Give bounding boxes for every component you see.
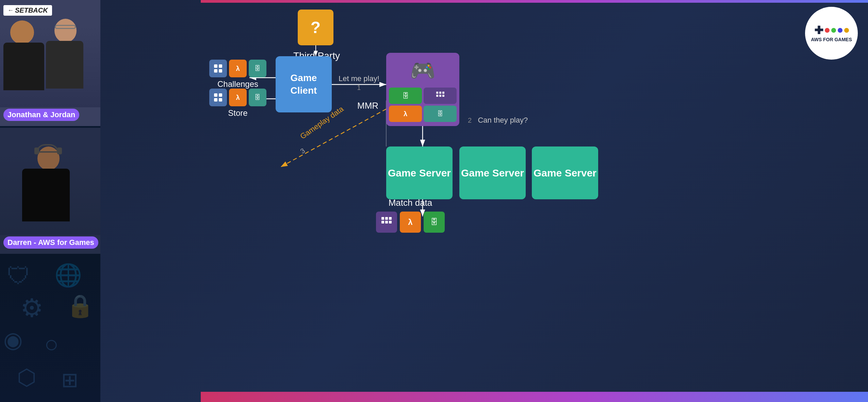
person2-head <box>54 19 77 43</box>
store-group: λ 🗄 Store <box>209 89 266 118</box>
svg-rect-16 <box>381 217 384 220</box>
store-icon-3: 🗄 <box>249 89 266 106</box>
aws-dots <box>825 28 849 33</box>
lambda-icon-3: λ <box>404 110 407 118</box>
game-server-2: Game Server <box>459 146 526 199</box>
svg-rect-2 <box>214 64 217 68</box>
db-match-icon: 🗄 <box>430 218 438 227</box>
cam2-person <box>0 128 100 254</box>
store-label: Store <box>209 108 266 118</box>
mmr-label: MMR <box>357 100 378 111</box>
challenges-icons-row: λ 🗄 <box>209 60 266 77</box>
dot-blue <box>838 28 842 33</box>
cluster-icon-2 <box>424 88 457 104</box>
svg-rect-3 <box>219 64 222 68</box>
lambda-icon-2: λ <box>236 94 240 102</box>
step-2-label: 2 <box>468 117 472 124</box>
db-icon-3: 🗄 <box>437 110 443 118</box>
svg-rect-13 <box>436 95 438 97</box>
svg-rect-15 <box>442 95 444 97</box>
dot-green <box>831 28 836 33</box>
bottom-gradient-bar <box>201 392 868 402</box>
cluster-icon-4: 🗄 <box>424 106 457 122</box>
dot-yellow <box>844 28 849 33</box>
deco-lock-icon: 🔒 <box>66 293 94 319</box>
setback-logo: ← SETBACK <box>3 5 52 16</box>
svg-rect-9 <box>219 98 222 102</box>
person3-headphone-right <box>57 148 62 154</box>
lambda-icon: λ <box>236 65 240 73</box>
svg-rect-20 <box>385 221 388 223</box>
person3-headphones-arc <box>36 144 59 153</box>
svg-rect-6 <box>214 93 217 97</box>
deco-shield-icon: 🛡 <box>7 262 31 290</box>
step-3-label: 3 <box>299 147 306 155</box>
webcam-2: Darren - AWS for Games <box>0 128 100 254</box>
match-data-icons: λ 🗄 <box>376 212 445 233</box>
store-icon-2: λ <box>229 89 247 106</box>
sidebar: ← SETBACK Jonathan & Jordan Darren - AWS… <box>0 0 100 402</box>
game-server-1: Game Server <box>386 146 453 199</box>
globe-controller-area: 🎮 <box>389 56 457 86</box>
main-service-cluster: 🎮 🗄 λ 🗄 <box>386 53 459 126</box>
person-silhouette-2 <box>0 128 100 254</box>
question-mark-icon: ? <box>311 18 321 37</box>
top-gradient-bar <box>201 0 868 3</box>
cluster-sub-icons: 🗄 λ 🗄 <box>389 88 457 122</box>
third-party-box: ? <box>298 10 333 45</box>
aws-plus-icon: ✚ <box>814 24 823 37</box>
aws-logo-text: AWS FOR GAMES <box>811 37 852 43</box>
webcam-1: ← SETBACK Jonathan & Jordan <box>0 0 100 126</box>
let-me-play-label: Let me play! 1 <box>339 74 379 92</box>
svg-rect-19 <box>381 221 384 223</box>
step-1-label: 1 <box>357 84 361 91</box>
deco-data-icon: ⊞ <box>61 368 78 392</box>
store-icons-row: λ 🗄 <box>209 89 266 106</box>
db-icon: 🗄 <box>255 65 261 72</box>
game-server-3: Game Server <box>532 146 598 199</box>
challenges-icon-1 <box>209 60 227 77</box>
svg-rect-17 <box>385 217 388 220</box>
person3-body <box>22 169 70 221</box>
svg-rect-14 <box>439 95 441 97</box>
aws-logo: ✚ AWS FOR GAMES <box>805 7 858 60</box>
cluster-icon-3: λ <box>389 106 422 122</box>
match-icon-1 <box>376 212 397 233</box>
svg-rect-7 <box>219 93 222 97</box>
challenges-label: Challenges <box>209 79 266 89</box>
cam2-label: Darren - AWS for Games <box>3 236 98 249</box>
store-icon-1 <box>209 89 227 106</box>
cam1-person <box>0 0 100 126</box>
deco-gear-icon: ⚙ <box>20 293 43 323</box>
aws-logo-icons: ✚ <box>814 24 849 37</box>
deco-globe-icon: 🌐 <box>54 262 82 288</box>
cam1-label: Jonathan & Jordan <box>3 109 79 121</box>
db-icon-2: 🗄 <box>255 94 261 101</box>
svg-rect-11 <box>439 92 441 94</box>
deco-node-icon: ◉ <box>3 327 23 353</box>
game-client-label: GameClient <box>291 72 317 97</box>
main-content: ✚ AWS FOR GAMES <box>100 0 868 402</box>
match-icon-2: λ <box>400 212 421 233</box>
sidebar-bottom: 🛡 🌐 ⚙ 🔒 ◉ ○ ⬡ ⊞ <box>0 252 100 402</box>
svg-rect-21 <box>389 221 392 223</box>
svg-rect-5 <box>219 69 222 73</box>
svg-rect-18 <box>389 217 392 220</box>
cluster-icon-1: 🗄 <box>389 88 422 104</box>
dot-red <box>825 28 830 33</box>
match-data-label: Match data <box>376 198 445 208</box>
deco-circle-icon: ○ <box>44 330 59 358</box>
setback-arrow: ← <box>7 7 14 14</box>
lambda-match-icon: λ <box>408 217 412 227</box>
setback-text: SETBACK <box>15 6 48 14</box>
person1-head <box>10 20 34 44</box>
deco-network-icon: ⬡ <box>17 365 36 390</box>
globe-controller-icon: 🎮 <box>410 59 436 83</box>
svg-rect-10 <box>436 92 438 94</box>
person3-headphone-left <box>34 148 39 154</box>
person1-body <box>3 43 44 90</box>
game-client-box: GameClient <box>276 56 332 112</box>
challenges-icon-2: λ <box>229 60 247 77</box>
person-silhouette-1 <box>0 0 100 126</box>
person2-body <box>46 41 83 89</box>
